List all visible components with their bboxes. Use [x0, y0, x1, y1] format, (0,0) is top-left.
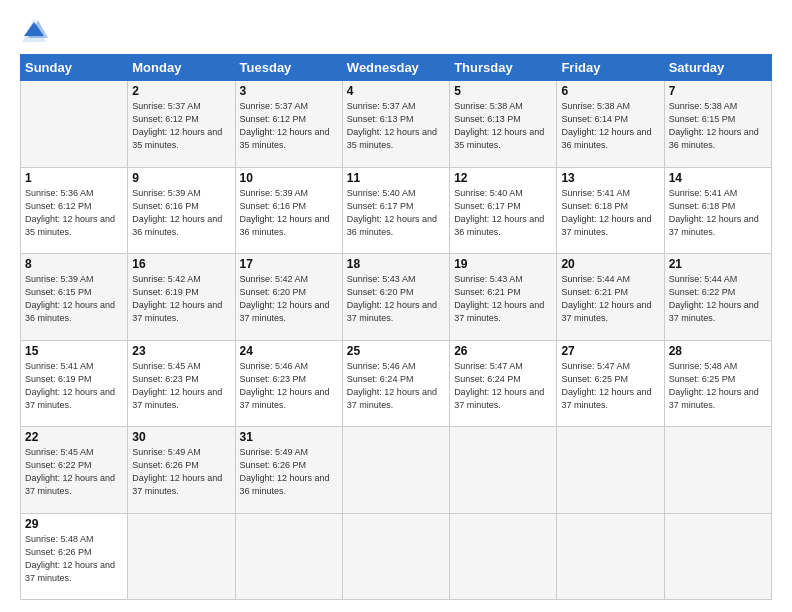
- column-header-tuesday: Tuesday: [235, 55, 342, 81]
- calendar-table: SundayMondayTuesdayWednesdayThursdayFrid…: [20, 54, 772, 600]
- calendar-empty: [664, 513, 771, 600]
- day-info: Sunrise: 5:45 AMSunset: 6:22 PMDaylight:…: [25, 447, 115, 496]
- day-info: Sunrise: 5:47 AMSunset: 6:25 PMDaylight:…: [561, 361, 651, 410]
- calendar-empty: [557, 513, 664, 600]
- day-number: 30: [132, 430, 230, 444]
- day-info: Sunrise: 5:49 AMSunset: 6:26 PMDaylight:…: [132, 447, 222, 496]
- calendar-empty: [664, 427, 771, 514]
- calendar-day-11: 11Sunrise: 5:40 AMSunset: 6:17 PMDayligh…: [342, 167, 449, 254]
- column-header-sunday: Sunday: [21, 55, 128, 81]
- calendar-day-9: 9Sunrise: 5:39 AMSunset: 6:16 PMDaylight…: [128, 167, 235, 254]
- day-number: 26: [454, 344, 552, 358]
- calendar-day-16: 16Sunrise: 5:42 AMSunset: 6:19 PMDayligh…: [128, 254, 235, 341]
- day-info: Sunrise: 5:41 AMSunset: 6:19 PMDaylight:…: [25, 361, 115, 410]
- day-number: 23: [132, 344, 230, 358]
- day-number: 3: [240, 84, 338, 98]
- day-info: Sunrise: 5:37 AMSunset: 6:12 PMDaylight:…: [240, 101, 330, 150]
- day-info: Sunrise: 5:38 AMSunset: 6:15 PMDaylight:…: [669, 101, 759, 150]
- day-number: 2: [132, 84, 230, 98]
- column-header-wednesday: Wednesday: [342, 55, 449, 81]
- calendar-empty: [450, 513, 557, 600]
- day-info: Sunrise: 5:49 AMSunset: 6:26 PMDaylight:…: [240, 447, 330, 496]
- calendar-empty: [342, 513, 449, 600]
- day-info: Sunrise: 5:48 AMSunset: 6:26 PMDaylight:…: [25, 534, 115, 583]
- day-number: 24: [240, 344, 338, 358]
- day-number: 4: [347, 84, 445, 98]
- calendar-empty: [557, 427, 664, 514]
- calendar-header-row: SundayMondayTuesdayWednesdayThursdayFrid…: [21, 55, 772, 81]
- calendar-day-8: 8Sunrise: 5:39 AMSunset: 6:15 PMDaylight…: [21, 254, 128, 341]
- calendar-day-20: 20Sunrise: 5:44 AMSunset: 6:21 PMDayligh…: [557, 254, 664, 341]
- day-info: Sunrise: 5:43 AMSunset: 6:21 PMDaylight:…: [454, 274, 544, 323]
- day-number: 25: [347, 344, 445, 358]
- calendar-empty: [128, 513, 235, 600]
- header: [20, 16, 772, 44]
- calendar-day-13: 13Sunrise: 5:41 AMSunset: 6:18 PMDayligh…: [557, 167, 664, 254]
- day-info: Sunrise: 5:47 AMSunset: 6:24 PMDaylight:…: [454, 361, 544, 410]
- calendar-day-25: 25Sunrise: 5:46 AMSunset: 6:24 PMDayligh…: [342, 340, 449, 427]
- calendar-day-29: 29Sunrise: 5:48 AMSunset: 6:26 PMDayligh…: [21, 513, 128, 600]
- calendar-day-2: 2Sunrise: 5:37 AMSunset: 6:12 PMDaylight…: [128, 81, 235, 168]
- day-number: 22: [25, 430, 123, 444]
- page: SundayMondayTuesdayWednesdayThursdayFrid…: [0, 0, 792, 612]
- calendar-day-30: 30Sunrise: 5:49 AMSunset: 6:26 PMDayligh…: [128, 427, 235, 514]
- day-number: 13: [561, 171, 659, 185]
- logo-icon: [20, 16, 48, 44]
- calendar-week-3: 8Sunrise: 5:39 AMSunset: 6:15 PMDaylight…: [21, 254, 772, 341]
- calendar-day-28: 28Sunrise: 5:48 AMSunset: 6:25 PMDayligh…: [664, 340, 771, 427]
- calendar-empty: [450, 427, 557, 514]
- calendar-day-5: 5Sunrise: 5:38 AMSunset: 6:13 PMDaylight…: [450, 81, 557, 168]
- day-number: 28: [669, 344, 767, 358]
- calendar-day-17: 17Sunrise: 5:42 AMSunset: 6:20 PMDayligh…: [235, 254, 342, 341]
- day-number: 27: [561, 344, 659, 358]
- calendar-week-1: 2Sunrise: 5:37 AMSunset: 6:12 PMDaylight…: [21, 81, 772, 168]
- day-number: 19: [454, 257, 552, 271]
- day-number: 11: [347, 171, 445, 185]
- calendar-empty: [235, 513, 342, 600]
- day-info: Sunrise: 5:46 AMSunset: 6:23 PMDaylight:…: [240, 361, 330, 410]
- calendar-empty: [342, 427, 449, 514]
- calendar-day-14: 14Sunrise: 5:41 AMSunset: 6:18 PMDayligh…: [664, 167, 771, 254]
- calendar-day-23: 23Sunrise: 5:45 AMSunset: 6:23 PMDayligh…: [128, 340, 235, 427]
- column-header-friday: Friday: [557, 55, 664, 81]
- day-info: Sunrise: 5:39 AMSunset: 6:16 PMDaylight:…: [240, 188, 330, 237]
- day-info: Sunrise: 5:37 AMSunset: 6:12 PMDaylight:…: [132, 101, 222, 150]
- day-info: Sunrise: 5:44 AMSunset: 6:21 PMDaylight:…: [561, 274, 651, 323]
- day-number: 29: [25, 517, 123, 531]
- day-info: Sunrise: 5:37 AMSunset: 6:13 PMDaylight:…: [347, 101, 437, 150]
- day-number: 31: [240, 430, 338, 444]
- calendar-day-4: 4Sunrise: 5:37 AMSunset: 6:13 PMDaylight…: [342, 81, 449, 168]
- calendar-day-24: 24Sunrise: 5:46 AMSunset: 6:23 PMDayligh…: [235, 340, 342, 427]
- day-info: Sunrise: 5:48 AMSunset: 6:25 PMDaylight:…: [669, 361, 759, 410]
- day-number: 14: [669, 171, 767, 185]
- day-info: Sunrise: 5:38 AMSunset: 6:14 PMDaylight:…: [561, 101, 651, 150]
- calendar-day-31: 31Sunrise: 5:49 AMSunset: 6:26 PMDayligh…: [235, 427, 342, 514]
- day-info: Sunrise: 5:42 AMSunset: 6:20 PMDaylight:…: [240, 274, 330, 323]
- day-number: 15: [25, 344, 123, 358]
- day-info: Sunrise: 5:39 AMSunset: 6:16 PMDaylight:…: [132, 188, 222, 237]
- calendar-day-7: 7Sunrise: 5:38 AMSunset: 6:15 PMDaylight…: [664, 81, 771, 168]
- day-number: 6: [561, 84, 659, 98]
- day-number: 17: [240, 257, 338, 271]
- calendar-day-1: 1Sunrise: 5:36 AMSunset: 6:12 PMDaylight…: [21, 167, 128, 254]
- day-number: 8: [25, 257, 123, 271]
- day-info: Sunrise: 5:42 AMSunset: 6:19 PMDaylight:…: [132, 274, 222, 323]
- day-number: 16: [132, 257, 230, 271]
- day-info: Sunrise: 5:36 AMSunset: 6:12 PMDaylight:…: [25, 188, 115, 237]
- calendar-day-10: 10Sunrise: 5:39 AMSunset: 6:16 PMDayligh…: [235, 167, 342, 254]
- calendar-day-26: 26Sunrise: 5:47 AMSunset: 6:24 PMDayligh…: [450, 340, 557, 427]
- calendar-week-5: 22Sunrise: 5:45 AMSunset: 6:22 PMDayligh…: [21, 427, 772, 514]
- day-info: Sunrise: 5:40 AMSunset: 6:17 PMDaylight:…: [347, 188, 437, 237]
- day-info: Sunrise: 5:39 AMSunset: 6:15 PMDaylight:…: [25, 274, 115, 323]
- day-number: 20: [561, 257, 659, 271]
- day-number: 1: [25, 171, 123, 185]
- calendar-day-15: 15Sunrise: 5:41 AMSunset: 6:19 PMDayligh…: [21, 340, 128, 427]
- day-number: 10: [240, 171, 338, 185]
- day-number: 12: [454, 171, 552, 185]
- day-number: 5: [454, 84, 552, 98]
- day-info: Sunrise: 5:40 AMSunset: 6:17 PMDaylight:…: [454, 188, 544, 237]
- calendar-week-4: 15Sunrise: 5:41 AMSunset: 6:19 PMDayligh…: [21, 340, 772, 427]
- day-info: Sunrise: 5:43 AMSunset: 6:20 PMDaylight:…: [347, 274, 437, 323]
- column-header-saturday: Saturday: [664, 55, 771, 81]
- calendar-week-6: 29Sunrise: 5:48 AMSunset: 6:26 PMDayligh…: [21, 513, 772, 600]
